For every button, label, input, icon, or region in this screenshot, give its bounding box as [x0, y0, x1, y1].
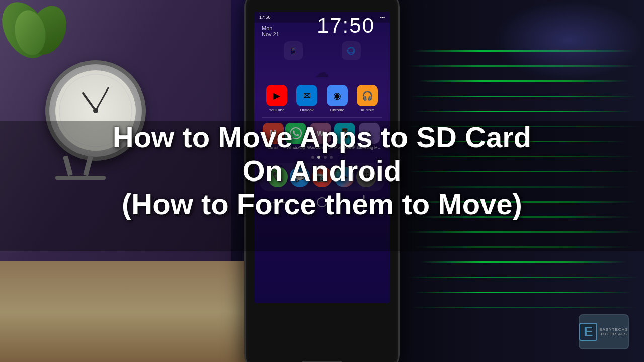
logo-icon: E: [579, 323, 597, 341]
svg-line-2: [96, 88, 108, 111]
title-text: How to Move Apps to SD Card On Android (…: [40, 121, 604, 221]
phone-day: Mon: [262, 25, 279, 31]
logo-line1: EASYTECHS: [599, 327, 628, 332]
cloud-icon-faded: ☁: [254, 64, 390, 81]
apps-row-1: ▶ YouTube ✉ Outlook ◉ Chrome 🎧 Audible: [254, 81, 390, 116]
youtube-icon: ▶: [266, 85, 287, 106]
phone-notch: [287, 0, 357, 3]
apps-row-top-faded: 📱 🌐: [254, 37, 390, 64]
chrome-icon: ◉: [327, 85, 348, 106]
title-line1: How to Move Apps to SD Card: [113, 121, 531, 153]
status-time: 17:50: [259, 15, 271, 20]
title-line3: (How to Force them to Move): [122, 188, 522, 220]
app-chrome[interactable]: ◉ Chrome: [324, 85, 350, 112]
svg-point-3: [93, 108, 98, 113]
audible-label: Audible: [361, 108, 374, 112]
logo-line2: TUTORIALS: [599, 332, 628, 336]
phone-date-num: Nov 21: [262, 31, 279, 37]
logo-watermark: E EASYTECHS TUTORIALS: [574, 312, 634, 352]
logo-box: E EASYTECHS TUTORIALS: [579, 314, 629, 349]
row-divider: [262, 117, 382, 118]
title-line2: On Android: [243, 154, 402, 187]
outlook-icon: ✉: [296, 85, 317, 106]
outlook-label: Outlook: [300, 108, 314, 112]
logo-text-container: EASYTECHS TUTORIALS: [599, 327, 628, 336]
title-container: How to Move Apps to SD Card On Android (…: [0, 121, 644, 221]
logo-letter: E: [584, 325, 593, 339]
chrome-label: Chrome: [330, 108, 344, 112]
audible-icon: 🎧: [357, 85, 378, 106]
youtube-label: YouTube: [269, 108, 284, 112]
app-youtube[interactable]: ▶ YouTube: [264, 85, 290, 112]
svg-line-1: [83, 93, 96, 111]
app-audible[interactable]: 🎧 Audible: [354, 85, 380, 112]
phone-date-display: Mon Nov 21: [262, 25, 279, 37]
app-outlook[interactable]: ✉ Outlook: [294, 85, 320, 112]
phone-clock: 17:50: [317, 15, 382, 36]
